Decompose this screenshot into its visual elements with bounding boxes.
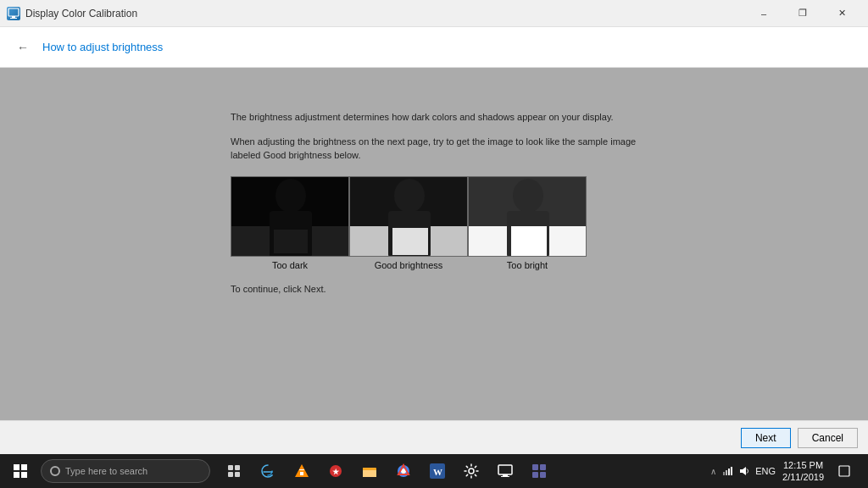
store-icon: ★ [328, 463, 343, 479]
svg-point-6 [275, 179, 306, 213]
svg-rect-42 [540, 464, 546, 470]
svg-rect-32 [363, 468, 369, 470]
search-icon [50, 466, 60, 476]
settings-icon [464, 463, 479, 479]
speaker-icon [738, 465, 750, 477]
cancel-button[interactable]: Cancel [798, 428, 858, 448]
brightness-samples: Too dark [231, 176, 637, 270]
svg-rect-44 [540, 472, 546, 478]
next-button[interactable]: Next [741, 428, 791, 448]
edge-icon [260, 463, 275, 479]
svg-rect-47 [728, 469, 730, 475]
svg-rect-1 [12, 16, 15, 18]
svg-rect-46 [726, 470, 727, 475]
brightness-image-bright [468, 176, 587, 257]
grid-app-icon [531, 463, 547, 479]
header-link[interactable]: How to adjust brightness [42, 41, 163, 53]
svg-rect-27 [299, 469, 304, 470]
window-title: Display Color Calibration [25, 8, 137, 19]
settings-button[interactable] [454, 454, 488, 488]
svg-rect-48 [731, 467, 732, 475]
taskbar-app-icons: ★ W [217, 454, 556, 488]
date-display: 2/11/2019 [782, 471, 824, 483]
display-app-icon [498, 463, 513, 479]
svg-rect-20 [511, 226, 547, 257]
svg-rect-26 [300, 472, 303, 475]
svg-rect-14 [392, 228, 428, 255]
continue-text: To continue, click Next. [231, 284, 637, 294]
svg-rect-21 [228, 465, 233, 470]
description-2: When adjusting the brightness on the nex… [231, 135, 637, 163]
svg-rect-2 [10, 18, 17, 19]
svg-rect-0 [8, 8, 19, 16]
title-bar-left: Display Color Calibration [7, 7, 137, 20]
task-view-icon [227, 464, 241, 478]
svg-point-12 [394, 179, 425, 213]
start-button[interactable] [3, 454, 37, 488]
svg-point-37 [469, 469, 474, 474]
action-bar: Next Cancel [0, 420, 868, 454]
notification-button[interactable] [831, 454, 858, 488]
good-image-svg [350, 177, 468, 257]
brightness-image-dark [231, 176, 349, 257]
svg-rect-43 [532, 472, 538, 478]
svg-rect-23 [228, 472, 233, 477]
content-panel: The brightness adjustment determines how… [231, 110, 637, 294]
maximize-button[interactable]: ❐ [783, 0, 822, 27]
taskbar: Type here to search [0, 454, 868, 488]
taskbar-search-box[interactable]: Type here to search [41, 459, 210, 483]
svg-rect-24 [235, 472, 240, 477]
task-view-button[interactable] [217, 454, 251, 488]
svg-point-18 [513, 179, 543, 213]
app-icon [7, 7, 20, 20]
label-good: Good brightness [375, 260, 443, 270]
back-arrow[interactable]: ← [17, 41, 29, 54]
image-block-bright: Too bright [468, 176, 587, 270]
close-button[interactable]: ✕ [822, 0, 861, 27]
chrome-icon [396, 463, 411, 479]
clock-area[interactable]: 12:15 PM 2/11/2019 [782, 459, 824, 484]
notification-icon [838, 465, 850, 477]
chrome-button[interactable] [387, 454, 420, 488]
svg-rect-8 [274, 230, 308, 253]
main-content: The brightness adjustment determines how… [0, 68, 868, 420]
svg-rect-41 [532, 464, 538, 470]
header-area: ← How to adjust brightness [0, 27, 868, 68]
label-bright: Too bright [507, 260, 548, 270]
minimize-button[interactable]: – [744, 0, 783, 27]
windows-icon [14, 464, 27, 478]
brightness-image-good [349, 176, 468, 257]
svg-rect-40 [501, 476, 509, 477]
title-bar: Display Color Calibration – ❐ ✕ [0, 0, 868, 27]
svg-rect-38 [498, 465, 512, 474]
svg-rect-39 [503, 474, 508, 476]
word-button[interactable]: W [420, 454, 454, 488]
explorer-button[interactable] [353, 454, 387, 488]
store-button[interactable]: ★ [319, 454, 353, 488]
bright-image-svg [469, 177, 587, 257]
vlc-button[interactable] [285, 454, 319, 488]
grid-app-button[interactable] [522, 454, 556, 488]
dark-image-svg [231, 177, 349, 257]
display-icon [8, 8, 19, 19]
chevron-up-icon[interactable]: ∧ [710, 467, 716, 476]
label-dark: Too dark [272, 260, 308, 270]
svg-text:W: W [433, 467, 442, 477]
taskbar-right: ∧ ENG 12:15 PM 2/11/2019 [710, 454, 865, 488]
svg-rect-22 [235, 465, 240, 470]
lang-label: ENG [755, 466, 776, 476]
image-block-good: Good brightness [349, 176, 468, 270]
explorer-icon [362, 463, 377, 479]
svg-text:★: ★ [332, 468, 340, 476]
time-display: 12:15 PM [782, 459, 824, 471]
display-app-button[interactable] [488, 454, 522, 488]
search-placeholder: Type here to search [65, 466, 147, 476]
vlc-icon [294, 463, 309, 479]
svg-rect-45 [723, 472, 725, 475]
network-icon [721, 465, 733, 477]
image-block-dark: Too dark [231, 176, 349, 270]
edge-button[interactable] [251, 454, 285, 488]
word-icon: W [430, 463, 445, 479]
description-1: The brightness adjustment determines how… [231, 110, 637, 125]
svg-rect-49 [839, 466, 849, 476]
